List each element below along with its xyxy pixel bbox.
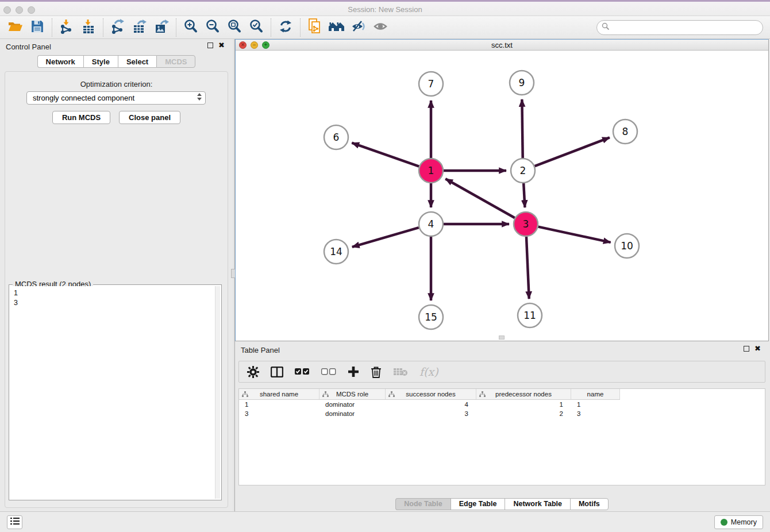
criterion-dropdown[interactable]: strongly connected component — [26, 91, 206, 105]
table-row[interactable]: 1dominator411 — [239, 400, 765, 409]
tab-mcds[interactable]: MCDS — [156, 55, 195, 68]
mcds-result-list[interactable]: 13 — [10, 286, 220, 499]
column-header-label: shared name — [260, 391, 298, 398]
cell-predecessor-nodes: 1 — [476, 400, 571, 409]
tab-node-table[interactable]: Node Table — [395, 498, 450, 510]
column-header-MCDS-role[interactable]: MCDS role — [319, 389, 386, 400]
close-table-panel-icon[interactable]: ✖ — [754, 346, 761, 352]
import-table-button[interactable] — [78, 17, 99, 38]
table-body[interactable]: 1dominator4113dominator323 — [239, 400, 765, 418]
zoom-out-icon — [205, 19, 220, 36]
hide-graphics-details-button[interactable] — [348, 17, 369, 38]
network-view-window: ✕ − + scc.txt 7968124314101511 — [235, 39, 769, 341]
float-panel-icon[interactable] — [207, 43, 213, 48]
float-table-panel-icon[interactable] — [744, 346, 749, 352]
table-header-row[interactable]: shared nameMCDS rolesuccessor nodesprede… — [239, 389, 765, 400]
export-table-button[interactable] — [129, 17, 151, 38]
import-network-button[interactable] — [56, 17, 78, 38]
edge-1-6[interactable] — [352, 143, 419, 167]
zoom-selected-button[interactable] — [245, 17, 267, 38]
horizontal-splitter-grip[interactable] — [499, 336, 505, 340]
cell-successor-nodes: 3 — [386, 409, 476, 418]
export-network-button[interactable] — [107, 17, 129, 38]
table-panel-header: Table Panel ✖ — [235, 342, 769, 357]
run-mcds-button[interactable]: Run MCDS — [52, 111, 110, 124]
tab-network[interactable]: Network — [37, 55, 83, 68]
list-icon — [10, 517, 20, 527]
result-line: 3 — [14, 298, 217, 308]
refresh-button[interactable] — [275, 17, 297, 38]
mcds-tab-content: Optimization criterion: strongly connect… — [5, 71, 228, 508]
network-view-title: scc.txt — [236, 40, 768, 49]
select-all-checkboxes-icon[interactable] — [295, 368, 310, 375]
delete-column-icon[interactable] — [371, 366, 382, 378]
zoom-in-icon — [183, 19, 198, 36]
close-panel-button[interactable]: Close panel — [119, 111, 180, 124]
network-overview-button[interactable] — [304, 17, 326, 38]
column-header-successor-nodes[interactable]: successor nodes — [386, 389, 476, 400]
column-header-predecessor-nodes[interactable]: predecessor nodes — [476, 389, 571, 400]
tab-edge-table[interactable]: Edge Table — [451, 498, 505, 510]
node-table[interactable]: shared nameMCDS rolesuccessor nodesprede… — [238, 388, 765, 485]
zoom-selected-icon — [249, 19, 264, 36]
home-button[interactable] — [326, 17, 348, 38]
search-box[interactable] — [596, 20, 763, 35]
export-network-icon — [110, 19, 125, 36]
cell-MCDS-role: dominator — [319, 409, 386, 418]
result-scrollbar[interactable] — [215, 286, 220, 499]
memory-button[interactable]: Memory — [714, 515, 763, 529]
deselect-all-checkboxes-icon[interactable] — [321, 368, 336, 375]
table-row[interactable]: 3dominator323 — [239, 409, 765, 418]
edge-2-9[interactable] — [522, 99, 522, 158]
edge-2-8[interactable] — [535, 137, 610, 166]
column-header-label: name — [587, 391, 604, 398]
function-builder-icon[interactable]: f(x) — [419, 365, 438, 378]
column-header-label: successor nodes — [406, 391, 455, 398]
home-icon — [328, 20, 345, 35]
session-title: Session: New Session — [0, 5, 770, 14]
tab-style[interactable]: Style — [83, 55, 118, 68]
tab-network-table[interactable]: Network Table — [505, 498, 570, 510]
show-graphics-details-button[interactable] — [369, 17, 391, 38]
title-bar: Session: New Session — [0, 0, 770, 16]
network-window-titlebar[interactable]: ✕ − + scc.txt — [236, 40, 768, 51]
status-bar: Memory — [0, 511, 770, 532]
eye-slash-icon — [351, 20, 366, 36]
export-image-button[interactable] — [151, 17, 172, 38]
maximize-view-icon[interactable]: + — [262, 41, 270, 49]
open-folder-icon — [7, 20, 24, 35]
zoom-fit-button[interactable] — [224, 17, 245, 38]
open-file-button[interactable] — [5, 17, 26, 38]
tab-motifs[interactable]: Motifs — [570, 498, 609, 510]
minimize-view-icon[interactable]: − — [251, 41, 258, 49]
zoom-out-button[interactable] — [202, 17, 224, 38]
control-panel-title: Control Panel — [6, 43, 51, 51]
node-label-10: 10 — [621, 240, 633, 252]
search-input[interactable] — [613, 22, 763, 33]
criterion-value: strongly connected component — [33, 94, 134, 102]
column-header-name[interactable]: name — [571, 389, 620, 400]
edge-3-11[interactable] — [526, 237, 529, 299]
zoom-in-button[interactable] — [180, 17, 202, 38]
cell-name: 3 — [571, 409, 620, 418]
show-columns-icon[interactable] — [271, 367, 283, 377]
network-canvas[interactable]: 7968124314101511 — [236, 51, 768, 341]
close-view-icon[interactable]: ✕ — [239, 41, 247, 49]
edge-4-14[interactable] — [352, 228, 419, 247]
close-panel-icon[interactable]: ✖ — [218, 43, 225, 48]
edge-3-10[interactable] — [538, 227, 611, 242]
tab-select[interactable]: Select — [118, 55, 156, 68]
toolbar-separator — [103, 18, 103, 37]
edge-3-1[interactable] — [445, 179, 515, 218]
toolbar-separator — [52, 18, 52, 37]
edge-2-3[interactable] — [523, 183, 525, 207]
settings-gear-icon[interactable] — [247, 366, 259, 378]
delete-table-icon[interactable] — [393, 367, 408, 376]
search-icon — [602, 22, 610, 33]
show-panel-list-button[interactable] — [7, 515, 22, 529]
refresh-icon — [279, 20, 292, 36]
zoom-fit-icon — [227, 19, 242, 36]
add-column-icon[interactable] — [348, 366, 359, 377]
column-header-shared-name[interactable]: shared name — [239, 389, 319, 400]
save-session-button[interactable] — [26, 17, 48, 38]
